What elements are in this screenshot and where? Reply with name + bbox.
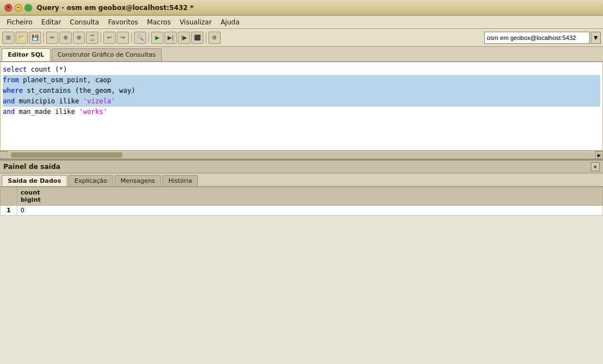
window-title: Query - osm em geobox@localhost:5432 * — [37, 4, 193, 12]
menu-visualizar[interactable]: Visualizar — [175, 17, 216, 27]
tab-historia[interactable]: História — [162, 175, 198, 186]
menu-macros[interactable]: Macros — [143, 17, 176, 27]
toolbar-btn-stop[interactable]: ⬛ — [191, 32, 203, 44]
sql-line-5: and man_made ilike 'works' — [3, 107, 600, 117]
menu-ficheiro[interactable]: Ficheiro — [2, 17, 37, 27]
toolbar-btn-3[interactable]: 💾 — [29, 32, 41, 44]
scroll-track — [0, 152, 603, 158]
menu-ajuda[interactable]: Ajuda — [216, 17, 244, 27]
output-panel-title: Painel de saída — [3, 163, 61, 171]
editor-tabs: Editor SQL Construtor Gráfico de Consult… — [0, 47, 603, 62]
toolbar-btn-run2[interactable]: ▶| — [165, 32, 177, 44]
toolbar-btn-misc[interactable]: ⚙ — [208, 32, 221, 44]
menu-editar[interactable]: Editar — [37, 17, 66, 27]
output-close-button[interactable]: ✕ — [591, 162, 600, 171]
tab-saida-dados[interactable]: Saída de Dados — [2, 175, 67, 186]
col-header-rownum — [1, 187, 17, 206]
toolbar-btn-search[interactable]: 🔍 — [134, 32, 146, 44]
title-bar: ✕ − □ Query - osm em geobox@localhost:54… — [0, 0, 603, 16]
main-area: Editor SQL Construtor Gráfico de Consult… — [0, 47, 603, 364]
minimize-button[interactable]: − — [14, 4, 22, 12]
toolbar-sep-4 — [148, 32, 149, 43]
tab-builder[interactable]: Construtor Gráfico de Consultas — [52, 48, 162, 61]
toolbar-btn-4[interactable]: ✂ — [46, 32, 58, 44]
window-controls: ✕ − □ — [4, 4, 32, 12]
sql-line-2: from planet_osm_point, caop — [3, 75, 600, 86]
tab-editor-sql[interactable]: Editor SQL — [2, 48, 51, 61]
toolbar-btn-1[interactable]: ⊞ — [2, 32, 14, 44]
col-header-count: countbigint — [17, 187, 603, 206]
output-panel: Painel de saída ✕ Saída de Dados Explica… — [0, 159, 603, 364]
cell-rownum-1: 1 — [1, 206, 17, 216]
maximize-button[interactable]: □ — [24, 4, 32, 12]
sql-line-1: select count (*) — [3, 64, 600, 75]
toolbar-btn-7[interactable]: ⌛ — [86, 32, 98, 44]
output-panel-header: Painel de saída ✕ — [0, 159, 603, 173]
scroll-thumb[interactable] — [11, 152, 122, 158]
data-table: countbigint 1 0 — [0, 187, 603, 216]
cell-count-1: 0 — [17, 206, 603, 216]
data-grid[interactable]: countbigint 1 0 — [0, 187, 603, 364]
output-tabs: Saída de Dados Explicação Mensagens Hist… — [0, 173, 603, 187]
toolbar-sep-2 — [101, 32, 101, 43]
sql-line-4: and municipio ilike 'vizela' — [3, 96, 600, 107]
toolbar-btn-run3[interactable]: |▶ — [178, 32, 190, 44]
table-header-row: countbigint — [1, 187, 603, 206]
tab-mensagens[interactable]: Mensagens — [114, 175, 161, 186]
menu-bar: Ficheiro Editar Consulta Favoritos Macro… — [0, 16, 603, 29]
editor-scrollbar[interactable]: ◀ ▶ — [0, 151, 603, 158]
db-input[interactable] — [484, 32, 590, 44]
editor-container: Editor SQL Construtor Gráfico de Consult… — [0, 47, 603, 159]
toolbar: ⊞ 📂 💾 ✂ ⊕ ⊕ ⌛ ↩ ↪ 🔍 ▶ ▶| |▶ ⬛ ⚙ ▼ — [0, 29, 603, 47]
sql-line-3: where st_contains (the_geom, way) — [3, 86, 600, 96]
menu-favoritos[interactable]: Favoritos — [103, 17, 142, 27]
scroll-right-arrow[interactable]: ▶ — [595, 151, 603, 158]
db-selector: ▼ — [484, 32, 601, 44]
db-dropdown-button[interactable]: ▼ — [591, 32, 601, 44]
toolbar-sep-5 — [206, 32, 206, 43]
toolbar-btn-5[interactable]: ⊕ — [59, 32, 72, 44]
table-row: 1 0 — [1, 206, 603, 216]
toolbar-btn-6[interactable]: ⊕ — [73, 32, 85, 44]
toolbar-btn-run[interactable]: ▶ — [151, 32, 163, 44]
tab-explicacao[interactable]: Explicação — [68, 175, 113, 186]
toolbar-btn-redo[interactable]: ↪ — [117, 32, 129, 44]
toolbar-sep-3 — [131, 32, 132, 43]
toolbar-sep-1 — [43, 32, 44, 43]
menu-consulta[interactable]: Consulta — [66, 17, 104, 27]
sql-editor[interactable]: select count (*) from planet_osm_point, … — [0, 62, 603, 151]
close-button[interactable]: ✕ — [4, 4, 12, 12]
toolbar-btn-undo[interactable]: ↩ — [103, 32, 116, 44]
toolbar-btn-2[interactable]: 📂 — [16, 32, 28, 44]
